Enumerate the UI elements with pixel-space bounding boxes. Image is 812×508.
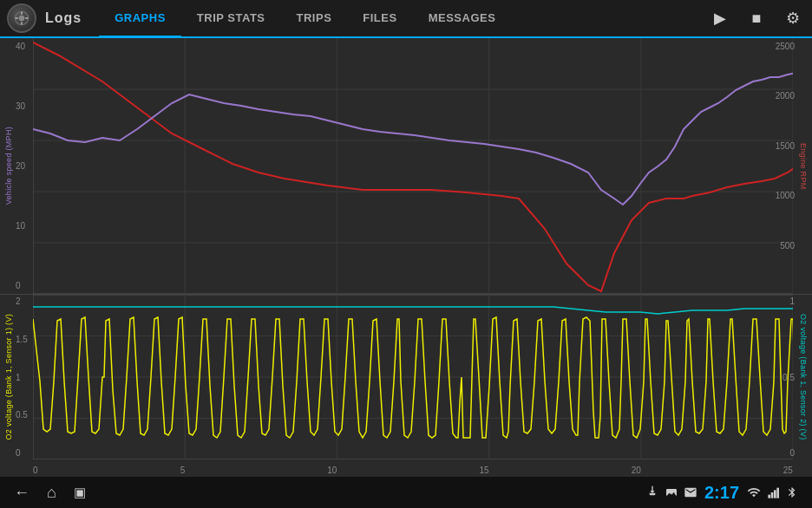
top-bar-controls: ▶ ■ ⚙ [708,6,805,30]
x-label-0: 0 [33,466,38,475]
x-label-10: 10 [327,466,337,475]
home-button[interactable]: ⌂ [47,484,56,502]
x-label-5: 5 [180,466,186,475]
tab-graphs[interactable]: GRAPHS [99,0,181,38]
svg-rect-33 [774,490,776,498]
tab-trips[interactable]: TRIPS [281,0,348,38]
y-top-left-30: 30 [16,101,25,111]
chart-top-right-label: Engine RPM [799,143,808,190]
svg-point-1 [19,16,25,22]
wifi-icon [746,485,762,499]
recents-button[interactable]: ▣ [74,485,86,500]
y-bottom-right-1: 1 [783,296,795,306]
tab-files[interactable]: FILES [347,0,412,38]
y-top-left-40: 40 [16,42,25,51]
app-icon [7,3,36,33]
settings-button[interactable]: ⚙ [781,6,805,30]
y-bottom-left-15: 1.5 [16,335,28,344]
charts-container: Vehicle speed (MPH) Engine RPM [0,38,812,477]
chart-top-left-label: Vehicle speed (MPH) [4,127,13,205]
x-label-25: 25 [783,466,793,475]
y-top-right-500: 500 [776,241,795,251]
back-button[interactable]: ← [14,484,29,502]
mail-icon [684,485,697,499]
status-icons [645,485,697,499]
bottom-nav: ← ⌂ ▣ [14,484,86,502]
y-bottom-left-2: 2 [16,296,28,306]
play-button[interactable]: ▶ [708,6,732,30]
y-bottom-left-0: 0 [16,448,28,458]
y-top-right-1000: 1000 [776,191,795,200]
chart-bottom-svg [33,295,793,459]
svg-rect-7 [33,38,793,294]
y-top-right-1500: 1500 [776,141,795,151]
time-display: 2:17 [704,483,739,503]
bluetooth-icon [786,485,798,499]
screenshot-icon [665,485,678,499]
x-label-15: 15 [479,466,488,475]
y-bottom-left-1: 1 [16,373,28,382]
bottom-bar: ← ⌂ ▣ 2:17 [0,477,812,508]
svg-rect-31 [768,495,770,498]
tab-trip-stats[interactable]: TRIP STATS [181,0,281,38]
y-top-right-2000: 2000 [776,91,795,101]
top-bar: Logs GRAPHS TRIP STATS TRIPS FILES MESSA… [0,0,812,38]
signal-icons [746,485,798,499]
tab-messages[interactable]: MESSAGES [413,0,512,38]
svg-rect-34 [776,488,779,498]
chart-bottom: O2 voltage (Bank 1, Sensor 1) (V) O2 vol… [0,295,812,477]
nav-tabs: GRAPHS TRIP STATS TRIPS FILES MESSAGES [99,0,708,36]
chart-top-svg [33,38,793,294]
chart-top: Vehicle speed (MPH) Engine RPM [0,38,812,295]
y-top-left-20: 20 [16,161,25,171]
signal-icon [767,485,781,499]
y-bottom-right-0: 0 [783,448,795,458]
stop-button[interactable]: ■ [744,6,769,30]
app-title: Logs [45,10,82,26]
chart-bottom-right-label: O2 voltage (Bank 1, Sensor 2) (V) [799,314,808,440]
x-label-20: 20 [632,466,641,475]
y-top-left-10: 10 [16,221,25,231]
chart-bottom-left-label: O2 voltage (Bank 1, Sensor 1) (V) [4,314,13,440]
bottom-status: 2:17 [645,483,798,503]
svg-rect-32 [771,492,774,498]
y-top-right-2500: 2500 [776,42,795,51]
y-top-left-0: 0 [16,281,25,290]
y-bottom-right-05: 0.5 [783,373,795,382]
y-bottom-left-05: 0.5 [16,410,28,420]
usb-icon [645,485,659,499]
